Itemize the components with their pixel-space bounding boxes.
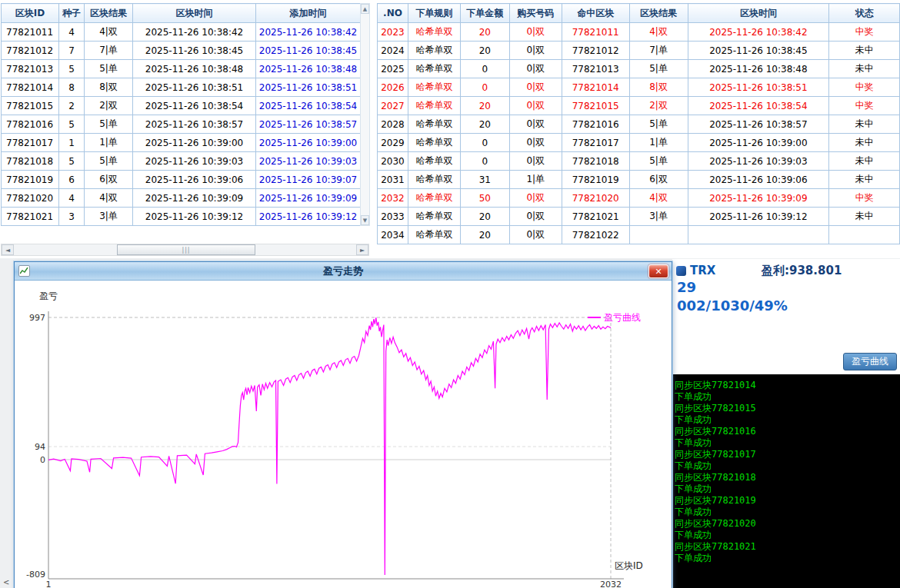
block-row[interactable]: 7782101855|单2025-11-26 10:39:032025-11-2… (2, 152, 361, 171)
blocks-horizontal-scrollbar[interactable]: ◄ ||| ► (1, 244, 369, 256)
cell-status: 未中 (829, 152, 900, 171)
col-header-rule[interactable]: 下单规则 (408, 4, 460, 23)
cell-amount: 20 (460, 23, 509, 42)
cell: 2025-11-26 10:38:42 (256, 23, 361, 42)
cell-result: 5|单 (629, 115, 688, 134)
ytick-neg809: -809 (26, 570, 45, 580)
cell-time: 2025-11-26 10:38:57 (688, 115, 829, 134)
cell-no: 2032 (378, 189, 408, 208)
col-header-result[interactable]: 区块结果 (85, 4, 133, 23)
col-header-number[interactable]: 购买号码 (509, 4, 562, 23)
blocks-table-header-row: 区块ID 种子 区块结果 区块时间 添加时间 (2, 4, 361, 23)
block-row[interactable]: 7782102044|双2025-11-26 10:39:092025-11-2… (2, 189, 361, 208)
cell-time: 2025-11-26 10:38:42 (688, 23, 829, 42)
cell: 2025-11-26 10:38:51 (256, 78, 361, 97)
blocks-table-body: 7782101144|双2025-11-26 10:38:422025-11-2… (2, 23, 361, 226)
cell-status: 未中 (829, 208, 900, 226)
cell-number: 0|双 (509, 134, 562, 152)
cell: 2025-11-26 10:38:51 (133, 78, 256, 97)
block-row[interactable]: 7782101966|双2025-11-26 10:39:062025-11-2… (2, 171, 361, 189)
blocks-vertical-scrollbar[interactable]: ▲ ▼ (360, 3, 370, 226)
profit-chart: 盈亏 997 94 0 -809 1 2032 区块ID 盈亏曲线 (15, 281, 673, 588)
cell: 7|单 (85, 42, 133, 60)
cell-number: 0|双 (509, 226, 562, 244)
profit-curve-button[interactable]: 盈亏曲线 (843, 353, 897, 370)
cell: 2025-11-26 10:38:45 (256, 42, 361, 60)
col-header-status[interactable]: 状态 (829, 4, 900, 23)
col-header-block-time[interactable]: 区块时间 (688, 4, 829, 23)
order-row[interactable]: 2034哈希单双200|双77821022 (378, 226, 900, 244)
col-header-amount[interactable]: 下单金额 (460, 4, 509, 23)
orders-table: .NO 下单规则 下单金额 购买号码 命中区块 区块结果 区块时间 状态 202… (377, 3, 900, 244)
block-row[interactable]: 7782101144|双2025-11-26 10:38:422025-11-2… (2, 23, 361, 42)
col-header-no[interactable]: .NO (378, 4, 408, 23)
cell-result: 7|单 (629, 42, 688, 60)
cell: 77821021 (2, 208, 59, 226)
cell: 7 (59, 42, 85, 60)
cell: 2025-11-26 10:39:06 (133, 171, 256, 189)
order-row[interactable]: 2032哈希单双500|双778210204|双2025-11-26 10:39… (378, 189, 900, 208)
x-axis-title: 区块ID (615, 560, 643, 571)
cell-rule: 哈希单双 (408, 189, 460, 208)
log-line: 同步区块77821021 (675, 541, 900, 553)
cell: 77821018 (2, 152, 59, 171)
cell-block: 77821012 (562, 42, 629, 60)
scrollbar-thumb[interactable]: ||| (117, 244, 255, 255)
cell-amount: 0 (460, 78, 509, 97)
block-row[interactable]: 7782101711|单2025-11-26 10:39:002025-11-2… (2, 134, 361, 152)
scroll-down-icon[interactable]: ▼ (361, 215, 369, 225)
block-row[interactable]: 7782101655|单2025-11-26 10:38:572025-11-2… (2, 115, 361, 134)
stat-win-ratio: 002/1030/49% (677, 297, 788, 314)
xtick-2032: 2032 (600, 580, 622, 588)
block-row[interactable]: 7782101277|单2025-11-26 10:38:452025-11-2… (2, 42, 361, 60)
col-header-add-time[interactable]: 添加时间 (256, 4, 361, 23)
close-button[interactable]: ✕ (648, 264, 668, 278)
scroll-left-icon[interactable]: ◄ (2, 244, 14, 255)
orders-table-body: 2023哈希单双200|双778210114|双2025-11-26 10:38… (378, 23, 900, 244)
order-row[interactable]: 2025哈希单双00|双778210135|单2025-11-26 10:38:… (378, 60, 900, 78)
block-row[interactable]: 7782101488|双2025-11-26 10:38:512025-11-2… (2, 78, 361, 97)
cell-number: 0|双 (509, 60, 562, 78)
col-header-seed[interactable]: 种子 (59, 4, 85, 23)
order-row[interactable]: 2026哈希单双00|双778210148|双2025-11-26 10:38:… (378, 78, 900, 97)
bottom-left-scroll-corner[interactable]: < (0, 576, 13, 588)
cell-rule: 哈希单双 (408, 208, 460, 226)
cell-time: 2025-11-26 10:39:03 (688, 152, 829, 171)
cell-status: 未中 (829, 171, 900, 189)
xtick-1: 1 (46, 580, 52, 588)
scroll-right-icon[interactable]: ► (356, 244, 368, 255)
cell: 3|单 (85, 208, 133, 226)
block-row[interactable]: 7782102133|单2025-11-26 10:39:122025-11-2… (2, 208, 361, 226)
cell-time: 2025-11-26 10:38:45 (688, 42, 829, 60)
block-row[interactable]: 7782101522|双2025-11-26 10:38:542025-11-2… (2, 97, 361, 115)
cell-number: 0|双 (509, 152, 562, 171)
order-row[interactable]: 2027哈希单双200|双778210152|双2025-11-26 10:38… (378, 97, 900, 115)
cell-number: 1|单 (509, 171, 562, 189)
cell-block: 77821018 (562, 152, 629, 171)
cell: 4 (59, 189, 85, 208)
cell-block: 77821019 (562, 171, 629, 189)
order-row[interactable]: 2024哈希单双200|双778210127|单2025-11-26 10:38… (378, 42, 900, 60)
cell-result: 5|单 (629, 152, 688, 171)
cell: 4 (59, 23, 85, 42)
col-header-hit-block[interactable]: 命中区块 (562, 4, 629, 23)
order-row[interactable]: 2033哈希单双200|双778210213|单2025-11-26 10:39… (378, 208, 900, 226)
cell-time: 2025-11-26 10:39:12 (688, 208, 829, 226)
cell: 2025-11-26 10:39:07 (256, 171, 361, 189)
cell: 2025-11-26 10:38:57 (133, 115, 256, 134)
window-titlebar[interactable]: 盈亏走势 ✕ (15, 262, 672, 281)
col-header-block-time[interactable]: 区块时间 (133, 4, 256, 23)
cell-rule: 哈希单双 (408, 60, 460, 78)
cell-status: 未中 (829, 115, 900, 134)
block-row[interactable]: 7782101355|单2025-11-26 10:38:482025-11-2… (2, 60, 361, 78)
order-row[interactable]: 2030哈希单双00|双778210185|单2025-11-26 10:39:… (378, 152, 900, 171)
cell-no: 2023 (378, 23, 408, 42)
scroll-up-icon[interactable]: ▲ (361, 4, 369, 14)
order-row[interactable]: 2029哈希单双00|双778210171|单2025-11-26 10:39:… (378, 134, 900, 152)
order-row[interactable]: 2031哈希单双311|单778210196|双2025-11-26 10:39… (378, 171, 900, 189)
log-console[interactable]: 同步区块77821014下单成功同步区块77821015下单成功同步区块7782… (672, 374, 900, 588)
col-header-block-id[interactable]: 区块ID (2, 4, 59, 23)
order-row[interactable]: 2023哈希单双200|双778210114|双2025-11-26 10:38… (378, 23, 900, 42)
col-header-result[interactable]: 区块结果 (629, 4, 688, 23)
order-row[interactable]: 2028哈希单双200|双778210165|单2025-11-26 10:38… (378, 115, 900, 134)
